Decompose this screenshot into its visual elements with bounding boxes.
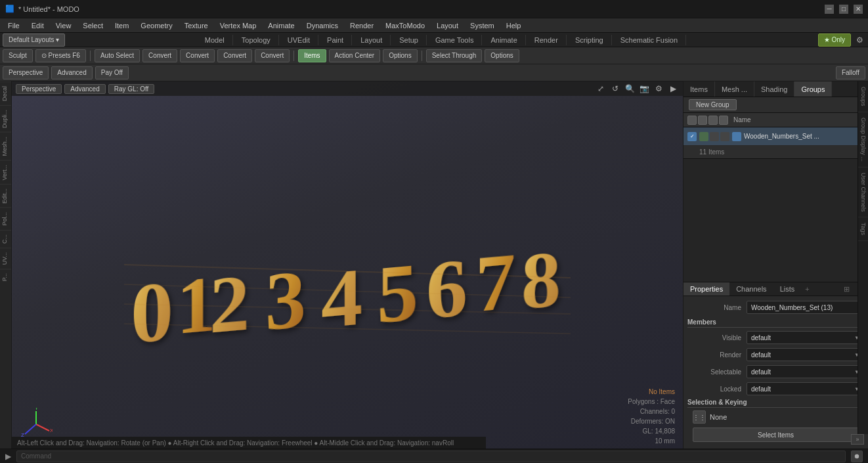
menu-view[interactable]: View: [51, 20, 77, 31]
sidebar-tab-c[interactable]: C...: [0, 230, 11, 248]
viewport-refresh-icon[interactable]: ↺: [609, 83, 621, 95]
props-tab-properties[interactable]: Properties: [684, 282, 729, 296]
tab-model[interactable]: Model: [197, 35, 233, 45]
menu-select[interactable]: Select: [77, 20, 108, 31]
group-vis-icon-3[interactable]: [720, 132, 729, 141]
props-tab-channels[interactable]: Channels: [729, 282, 773, 296]
prop-visible-dropdown[interactable]: default: [747, 331, 864, 344]
viewport-more-icon[interactable]: ▶: [667, 83, 679, 95]
command-input[interactable]: Command: [16, 451, 846, 462]
maximize-button[interactable]: □: [839, 5, 848, 14]
sidebar-tab-uv[interactable]: UV...: [0, 248, 11, 269]
tab-scripting[interactable]: Scripting: [567, 35, 612, 45]
convert-button-3[interactable]: Convert: [217, 49, 252, 62]
side-tab-tags[interactable]: Tags: [858, 217, 868, 241]
prop-render-dropdown[interactable]: default: [747, 348, 864, 361]
sculpt-button[interactable]: Sculpt: [3, 49, 33, 62]
props-tab-add-icon[interactable]: +: [801, 284, 813, 294]
sidebar-tab-poly[interactable]: Pol...: [0, 208, 11, 230]
pay-off-button[interactable]: Pay Off: [95, 66, 129, 79]
tab-groups[interactable]: Groups: [794, 81, 832, 97]
groups-info-icon[interactable]: [719, 116, 728, 125]
side-tab-group-display[interactable]: Group Display ...: [858, 112, 868, 167]
options-button-2[interactable]: Options: [485, 49, 519, 62]
groups-lock-icon[interactable]: [708, 116, 718, 125]
tab-paint[interactable]: Paint: [319, 35, 352, 45]
menu-render[interactable]: Render: [345, 20, 379, 31]
tab-game-tools[interactable]: Game Tools: [427, 35, 483, 45]
viewport-perspective-btn[interactable]: Perspective: [16, 84, 62, 94]
menu-vertex-map[interactable]: Vertex Map: [215, 20, 262, 31]
tab-layout[interactable]: Layout: [353, 35, 391, 45]
group-vis-icon-1[interactable]: [699, 132, 708, 141]
menu-file[interactable]: File: [3, 20, 25, 31]
tab-render[interactable]: Render: [527, 35, 567, 45]
items-button[interactable]: Items: [298, 49, 326, 62]
tab-shading[interactable]: Shading: [754, 81, 794, 97]
menu-geometry[interactable]: Geometry: [135, 20, 177, 31]
sidebar-tab-dupli[interactable]: Dupli...: [0, 105, 11, 132]
side-tab-groups[interactable]: Groups: [858, 81, 868, 112]
props-tab-lists[interactable]: Lists: [773, 282, 802, 296]
tab-items[interactable]: Items: [684, 81, 715, 97]
menu-maxtomodo[interactable]: MaxToModo: [380, 20, 430, 31]
groups-list-item[interactable]: ✓ Wooden_Numbers_Set ...: [684, 127, 868, 146]
viewport-raygl-btn[interactable]: Ray GL: Off: [108, 84, 155, 94]
convert-button-2[interactable]: Convert: [180, 49, 215, 62]
tab-mesh[interactable]: Mesh ...: [715, 81, 754, 97]
tab-topology[interactable]: Topology: [234, 35, 279, 45]
groups-eye-icon[interactable]: [698, 116, 707, 125]
tab-animate[interactable]: Animate: [483, 35, 525, 45]
select-items-button[interactable]: Select Items: [693, 428, 859, 442]
sel-keying-grid-icon[interactable]: ⋮⋮: [693, 410, 706, 424]
menu-edit[interactable]: Edit: [26, 20, 49, 31]
groups-vis-toggle[interactable]: [687, 116, 697, 125]
sidebar-tab-edit[interactable]: Edit...: [0, 184, 11, 208]
menu-item[interactable]: Item: [110, 20, 134, 31]
action-center-button[interactable]: Action Center: [329, 49, 381, 62]
viewport-camera-icon[interactable]: 📷: [638, 83, 650, 95]
auto-select-button[interactable]: Auto Select: [95, 49, 140, 62]
menu-system[interactable]: System: [465, 20, 500, 31]
status-record-icon[interactable]: ⏺: [851, 451, 863, 462]
default-layouts-dropdown[interactable]: Default Layouts ▾: [3, 33, 65, 47]
side-tab-user-channels[interactable]: User Channels: [858, 167, 868, 218]
viewport-search-icon[interactable]: 🔍: [624, 83, 636, 95]
tab-uvedit[interactable]: UVEdit: [280, 35, 318, 45]
menu-texture[interactable]: Texture: [179, 20, 213, 31]
viewport-settings-icon[interactable]: ⚙: [653, 83, 664, 95]
group-expand-icon[interactable]: [732, 132, 741, 141]
options-button-1[interactable]: Options: [383, 49, 417, 62]
group-item-checkbox[interactable]: ✓: [687, 132, 697, 141]
minimize-button[interactable]: ─: [825, 5, 834, 14]
sidebar-tab-p[interactable]: P...: [0, 269, 11, 285]
prop-selectable-dropdown[interactable]: default: [747, 365, 864, 378]
menu-animate[interactable]: Animate: [263, 20, 299, 31]
tab-setup[interactable]: Setup: [391, 35, 427, 45]
layout-settings-icon[interactable]: ⚙: [854, 34, 865, 46]
viewport-advanced-btn[interactable]: Advanced: [64, 84, 105, 94]
menu-layout[interactable]: Layout: [431, 20, 464, 31]
select-through-button[interactable]: Select Through: [426, 49, 483, 62]
sidebar-tab-mesh[interactable]: Mesh...: [0, 132, 11, 160]
group-vis-icon-2[interactable]: [710, 132, 719, 141]
panel-bottom-expand-button[interactable]: »: [851, 434, 864, 445]
viewport-fit-icon[interactable]: ⤢: [595, 83, 607, 95]
only-button[interactable]: ★ Only: [818, 33, 851, 47]
window-controls[interactable]: ─ □ ✕: [825, 5, 863, 14]
falloff-button[interactable]: Falloff: [836, 66, 865, 79]
convert-button-4[interactable]: Convert: [255, 49, 290, 62]
close-button[interactable]: ✕: [854, 5, 863, 14]
viewport-3d[interactable]: Perspective Advanced Ray GL: Off ⤢ ↺ 🔍 📷…: [12, 81, 683, 449]
presets-button[interactable]: ⊙ Presets F6: [35, 49, 86, 62]
prop-locked-dropdown[interactable]: default: [747, 382, 864, 395]
prop-name-value[interactable]: Wooden_Numbers_Set (13): [747, 301, 864, 314]
sidebar-tab-decal[interactable]: Decal: [0, 81, 11, 105]
new-group-button[interactable]: New Group: [689, 99, 737, 110]
tab-schematic-fusion[interactable]: Schematic Fusion: [613, 35, 686, 45]
convert-button-1[interactable]: Convert: [142, 49, 177, 62]
menu-help[interactable]: Help: [501, 20, 527, 31]
perspective-button[interactable]: Perspective: [3, 66, 49, 79]
menu-dynamics[interactable]: Dynamics: [301, 20, 343, 31]
advanced-button[interactable]: Advanced: [51, 66, 92, 79]
